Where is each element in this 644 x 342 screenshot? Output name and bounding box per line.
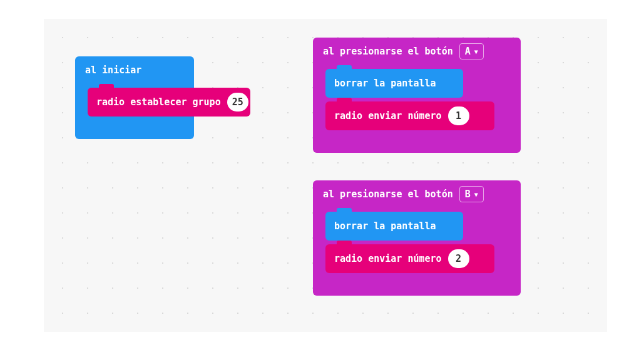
button-a-value: A [465,46,471,57]
clear-screen-label-b: borrar la pantalla [334,220,436,232]
radio-set-group-label: radio establecer grupo [96,96,221,108]
radio-send-number-value-b[interactable]: 2 [448,249,469,268]
blocks-workspace[interactable]: al iniciar radio establecer grupo 25 al … [44,19,607,332]
chevron-down-icon: ▼ [474,191,478,198]
clear-screen-label-a: borrar la pantalla [334,78,436,89]
button-b-dropdown[interactable]: B ▼ [459,186,484,202]
on-button-b-block[interactable]: al presionarse el botón B ▼ borrar la pa… [313,180,521,296]
on-start-block[interactable]: al iniciar radio establecer grupo 25 [75,56,194,139]
on-button-a-label: al presionarse el botón [323,46,453,57]
radio-set-group-block[interactable]: radio establecer grupo 25 [88,88,250,117]
radio-send-number-block-a[interactable]: radio enviar número 1 [325,101,494,130]
radio-send-number-label-b: radio enviar número [334,253,442,264]
clear-screen-block-a[interactable]: borrar la pantalla [325,69,463,98]
radio-send-number-value-a[interactable]: 1 [448,106,469,125]
button-a-dropdown[interactable]: A ▼ [459,43,484,60]
clear-screen-block-b[interactable]: borrar la pantalla [325,212,463,241]
on-start-label: al iniciar [85,65,141,76]
radio-send-number-block-b[interactable]: radio enviar número 2 [325,244,494,273]
chevron-down-icon: ▼ [474,48,478,55]
radio-send-number-label-a: radio enviar número [334,110,442,122]
on-button-b-header: al presionarse el botón B ▼ [313,180,521,208]
on-button-a-header: al presionarse el botón A ▼ [313,38,521,65]
on-button-b-label: al presionarse el botón [323,189,453,200]
radio-set-group-value[interactable]: 25 [227,93,248,111]
button-b-value: B [465,189,471,200]
on-button-a-block[interactable]: al presionarse el botón A ▼ borrar la pa… [313,38,521,153]
on-start-header: al iniciar [75,56,194,84]
